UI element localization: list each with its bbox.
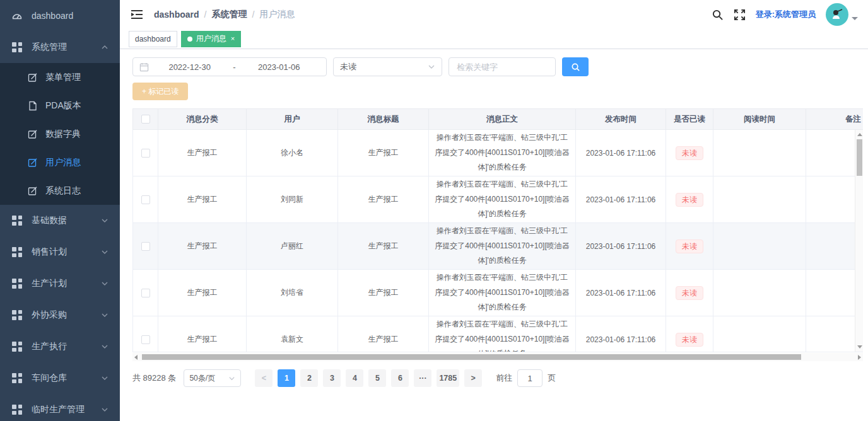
- cell-read-time: [713, 130, 806, 176]
- goto-page-input[interactable]: [517, 369, 542, 387]
- cell-category: 生产报工: [158, 223, 247, 270]
- sidebar-item-label: 用户消息: [45, 157, 108, 168]
- page-button[interactable]: 6: [391, 369, 409, 387]
- page-button[interactable]: 4: [346, 369, 363, 387]
- sidebar-item-user-messages[interactable]: 用户消息: [0, 148, 120, 176]
- sidebar-group-workshop-warehouse[interactable]: 车间仓库: [0, 362, 120, 394]
- header-checkbox-cell: [133, 109, 158, 130]
- date-start-value[interactable]: 2022-12-30: [149, 62, 230, 72]
- more-pages-button[interactable]: ···: [414, 369, 431, 387]
- grid-icon: [11, 215, 23, 226]
- chevron-down-icon: [101, 311, 108, 319]
- column-header: 用户: [247, 109, 338, 130]
- scroll-left-arrow-icon[interactable]: [134, 355, 138, 360]
- horizontal-scrollbar-thumb[interactable]: [142, 354, 801, 360]
- scroll-down-arrow-icon[interactable]: [857, 345, 862, 349]
- select-all-checkbox[interactable]: [141, 115, 150, 124]
- horizontal-scrollbar[interactable]: [132, 353, 863, 361]
- sidebar-group-system[interactable]: 系统管理: [0, 32, 120, 63]
- vertical-scrollbar-thumb[interactable]: [857, 139, 862, 176]
- cell-content: 操作者刘玉霞在'平端面、钻三级中孔'工序提交了400件[40011S0170+1…: [429, 223, 576, 270]
- vertical-scrollbar[interactable]: [855, 130, 863, 352]
- table-row[interactable]: 生产报工 徐小名 生产报工 操作者刘玉霞在'平端面、钻三级中孔'工序提交了400…: [133, 130, 864, 176]
- sidebar-item-data-dictionary[interactable]: 数据字典: [0, 120, 120, 148]
- page-size-select[interactable]: 50条/页: [184, 369, 241, 387]
- user-avatar[interactable]: [826, 3, 848, 26]
- date-range-picker[interactable]: 2022-12-30 - 2023-01-06: [132, 57, 327, 76]
- date-end-value[interactable]: 2023-01-06: [238, 62, 320, 72]
- sidebar-item-pda-version[interactable]: PDA版本: [0, 91, 120, 120]
- chevron-down-icon: [228, 375, 235, 382]
- scroll-right-arrow-icon[interactable]: [858, 355, 861, 360]
- page-button[interactable]: 1: [278, 369, 295, 387]
- tab-dashboard[interactable]: dashboard: [129, 31, 177, 47]
- table-row[interactable]: 生产报工 袁新文 生产报工 操作者刘玉霞在'平端面、钻三级中孔'工序提交了400…: [133, 316, 864, 353]
- mark-read-button[interactable]: + 标记已读: [132, 83, 188, 100]
- mark-read-label: 标记已读: [148, 87, 179, 96]
- cell-content: 操作者刘玉霞在'平端面、钻三级中孔'工序提交了400件[40011S0170+1…: [429, 176, 576, 223]
- search-icon[interactable]: [712, 9, 724, 21]
- row-checkbox[interactable]: [141, 242, 150, 251]
- fullscreen-icon[interactable]: [734, 9, 746, 21]
- page-button[interactable]: 5: [368, 369, 386, 387]
- cell-publish-time: 2023-01-06 17:11:06: [576, 176, 666, 223]
- app-root: dashboard 系统管理 菜单管理 PDA版本 数据字典: [0, 0, 868, 421]
- prev-page-button[interactable]: <: [255, 369, 273, 387]
- search-button[interactable]: [562, 57, 589, 76]
- cell-user: 袁新文: [247, 316, 338, 353]
- sidebar-group-production-plan[interactable]: 生产计划: [0, 268, 120, 299]
- read-status-select[interactable]: 未读: [333, 57, 442, 76]
- tab-label: 用户消息: [196, 33, 226, 44]
- cell-publish-time: 2023-01-06 17:11:06: [576, 316, 666, 353]
- page-button[interactable]: 3: [323, 369, 341, 387]
- scroll-up-arrow-icon[interactable]: [857, 133, 862, 136]
- sidebar-item-menu-management[interactable]: 菜单管理: [0, 63, 120, 91]
- sidebar-group-temp-production[interactable]: 临时生产管理: [0, 394, 120, 421]
- grid-icon: [11, 372, 23, 384]
- sidebar-group-basic-data[interactable]: 基础数据: [0, 205, 120, 236]
- sidebar-group-label: 车间仓库: [32, 372, 101, 384]
- active-dot-icon: [187, 37, 192, 42]
- login-user-label[interactable]: 登录:系统管理员: [756, 9, 816, 20]
- unread-status-badge: 未读: [676, 333, 703, 347]
- sidebar-item-dashboard[interactable]: dashboard: [0, 0, 120, 32]
- close-icon[interactable]: ×: [231, 35, 235, 42]
- row-checkbox[interactable]: [141, 289, 150, 297]
- sidebar-group-sales-plan[interactable]: 销售计划: [0, 236, 120, 268]
- keyword-field: [449, 57, 556, 76]
- sidebar-group-label: 生产计划: [32, 278, 101, 289]
- tab-user-messages[interactable]: 用户消息 ×: [181, 31, 241, 47]
- table-row[interactable]: 生产报工 刘同新 生产报工 操作者刘玉霞在'平端面、钻三级中孔'工序提交了400…: [133, 176, 864, 223]
- column-header: 消息正文: [429, 109, 576, 130]
- chevron-down-icon: [428, 63, 435, 71]
- sidebar-group-outsourcing[interactable]: 外协采购: [0, 299, 120, 331]
- document-icon: [28, 101, 38, 111]
- cell-title: 生产报工: [338, 223, 429, 270]
- total-count-label: 共 89228 条: [132, 372, 176, 384]
- grid-icon: [11, 278, 23, 289]
- row-checkbox[interactable]: [141, 195, 150, 204]
- sidebar-item-system-logs[interactable]: 系统日志: [0, 176, 120, 205]
- table-row[interactable]: 生产报工 卢丽红 生产报工 操作者刘玉霞在'平端面、钻三级中孔'工序提交了400…: [133, 223, 864, 270]
- page-button[interactable]: 2: [300, 369, 318, 387]
- sidebar-group-label: 临时生产管理: [32, 404, 101, 415]
- cell-user: 卢丽红: [247, 223, 338, 270]
- breadcrumb-item[interactable]: dashboard: [154, 9, 199, 20]
- user-menu[interactable]: [826, 3, 858, 26]
- breadcrumb-item[interactable]: 系统管理: [211, 9, 247, 20]
- cell-user: 刘同新: [247, 176, 338, 223]
- table-row[interactable]: 生产报工 刘培省 生产报工 操作者刘玉霞在'平端面、钻三级中孔'工序提交了400…: [133, 270, 864, 316]
- row-checkbox[interactable]: [141, 335, 150, 344]
- column-header: 消息标题: [338, 109, 429, 130]
- next-page-button[interactable]: >: [464, 369, 482, 387]
- edit-icon: [28, 158, 38, 168]
- keyword-input[interactable]: [455, 62, 549, 72]
- page-button[interactable]: 1785: [437, 369, 459, 387]
- sidebar-group-production-execution[interactable]: 生产执行: [0, 331, 120, 362]
- row-checkbox[interactable]: [141, 149, 150, 158]
- cell-read-time: [713, 223, 806, 270]
- grid-icon: [11, 309, 23, 321]
- cell-publish-time: 2023-01-06 17:11:06: [576, 223, 666, 270]
- column-header: 是否已读: [666, 109, 713, 130]
- sidebar-fold-icon[interactable]: [130, 8, 144, 21]
